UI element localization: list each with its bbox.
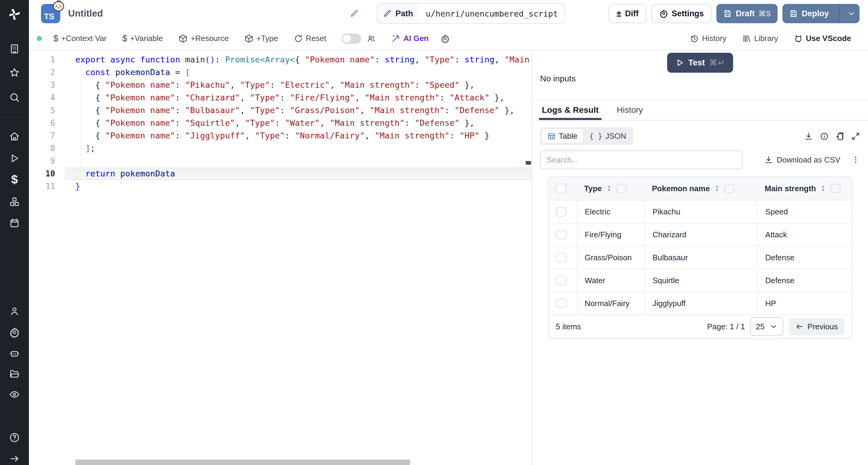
- resources-cubes-icon[interactable]: [9, 196, 20, 207]
- download-result-icon[interactable]: [804, 132, 813, 141]
- deploy-button[interactable]: Deploy: [782, 4, 860, 23]
- add-variable-button[interactable]: $ +Variable: [115, 33, 171, 43]
- run-section: Test ⌘↵ No inputs: [532, 50, 868, 100]
- favorites-star-icon[interactable]: [9, 67, 20, 78]
- row-checkbox[interactable]: [556, 207, 567, 216]
- result-table: TypePokemon nameMain strength ElectricPi…: [548, 176, 852, 339]
- add-type-button[interactable]: +Type: [237, 34, 286, 43]
- search-icon[interactable]: [9, 92, 20, 103]
- result-search-input[interactable]: [540, 150, 743, 169]
- line-number: 2: [29, 66, 65, 79]
- table-icon: [547, 132, 556, 141]
- audit-eye-icon[interactable]: [9, 389, 20, 400]
- code-editor[interactable]: 1export async function main(): Promise<A…: [29, 50, 532, 465]
- tab-history[interactable]: History: [615, 100, 645, 120]
- overview-ruler-cursor-mark: [526, 161, 531, 165]
- page-size-select[interactable]: 25: [750, 317, 783, 336]
- workers-robot-icon[interactable]: [9, 348, 20, 359]
- diff-button[interactable]: ± Diff: [609, 4, 646, 23]
- sort-icon[interactable]: [819, 185, 827, 192]
- table-row[interactable]: Grass/PoisonBulbasaurDefense: [549, 246, 852, 269]
- info-icon[interactable]: [820, 132, 829, 141]
- column-filter-toggle[interactable]: [616, 184, 627, 193]
- settings-gear-icon[interactable]: [9, 327, 20, 338]
- folders-icon[interactable]: [9, 369, 20, 379]
- code-line[interactable]: 11}: [29, 180, 532, 193]
- code-line[interactable]: 7 { "Pokemon name": "Jigglypuff", "Type"…: [29, 129, 532, 142]
- assistant-toggle[interactable]: [342, 33, 361, 44]
- row-checkbox[interactable]: [556, 253, 567, 262]
- editor-settings-button[interactable]: [436, 34, 454, 43]
- table-cell: Bulbasaur: [645, 246, 757, 269]
- workspace-icon[interactable]: [9, 43, 20, 54]
- code-lines[interactable]: 1export async function main(): Promise<A…: [29, 53, 532, 193]
- code-line[interactable]: 4 { "Pokemon name": "Charizard", "Type":…: [29, 91, 532, 104]
- code-line[interactable]: 6 { "Pokemon name": "Squirtle", "Type": …: [29, 117, 532, 129]
- reset-button[interactable]: Reset: [286, 34, 334, 43]
- code-line[interactable]: 5 { "Pokemon name": "Bulbasaur", "Type":…: [29, 104, 532, 117]
- gear-icon: [659, 9, 668, 18]
- ai-gen-button[interactable]: AI Gen: [383, 34, 436, 43]
- users-icon: [367, 34, 375, 43]
- tab-logs-result[interactable]: Logs & Result: [540, 100, 600, 120]
- braces-icon: { }: [589, 132, 602, 141]
- column-filter-toggle[interactable]: [830, 184, 841, 193]
- magic-wand-icon: [391, 34, 400, 43]
- horizontal-scrollbar[interactable]: [75, 460, 410, 465]
- code-line[interactable]: 2 const pokemonData = [: [29, 66, 532, 79]
- draft-button[interactable]: Draft ⌘S: [716, 4, 778, 23]
- test-button[interactable]: Test ⌘↵: [667, 53, 733, 73]
- gear-icon: [441, 34, 450, 43]
- user-icon[interactable]: [9, 306, 20, 317]
- column-header[interactable]: Main strength: [757, 184, 852, 193]
- column-header[interactable]: Pokemon name: [645, 184, 757, 193]
- library-button[interactable]: Library: [734, 34, 786, 43]
- expand-icon[interactable]: [851, 132, 860, 141]
- code-line[interactable]: 8 ];: [29, 142, 532, 155]
- download-csv-button[interactable]: Download as CSV: [764, 155, 840, 165]
- sort-icon[interactable]: [713, 185, 721, 192]
- column-header[interactable]: Type: [577, 184, 645, 193]
- copy-to-clipboard-icon[interactable]: [835, 132, 844, 141]
- path-field[interactable]: Path u/henri/unencumbered_script: [377, 3, 565, 24]
- view-table-option[interactable]: Table: [541, 129, 583, 144]
- use-vscode-button[interactable]: Use VScode: [786, 34, 859, 43]
- test-shortcut: ⌘↵: [709, 58, 725, 67]
- test-label: Test: [688, 58, 705, 67]
- code-line[interactable]: 3 { "Pokemon name": "Pikachu", "Type": "…: [29, 79, 532, 91]
- code-line[interactable]: 10 return pokemonData: [29, 167, 532, 180]
- runs-play-icon[interactable]: [9, 153, 20, 164]
- history-button[interactable]: History: [682, 34, 734, 43]
- table-options-kebab-icon[interactable]: [851, 155, 860, 164]
- previous-page-button[interactable]: Previous: [789, 318, 844, 335]
- deploy-dropdown[interactable]: [843, 4, 860, 23]
- edit-summary-pencil-icon[interactable]: [350, 9, 359, 18]
- table-row[interactable]: Fire/FlyingCharizardAttack: [549, 223, 852, 246]
- windmill-logo[interactable]: [0, 0, 29, 29]
- table-row[interactable]: Normal/FairyJigglypuffHP: [549, 292, 852, 315]
- add-resource-button[interactable]: +Resource: [170, 34, 236, 43]
- column-filter-toggle[interactable]: [724, 184, 735, 193]
- help-icon[interactable]: [9, 432, 20, 443]
- code-line[interactable]: 9: [29, 155, 532, 167]
- page-indicator: Page: 1 / 1: [707, 322, 745, 331]
- bun-runtime-icon: [52, 0, 65, 12]
- home-icon[interactable]: [9, 131, 20, 142]
- row-checkbox[interactable]: [556, 230, 567, 239]
- settings-button[interactable]: Settings: [651, 4, 712, 23]
- code-line[interactable]: 1export async function main(): Promise<A…: [29, 53, 532, 66]
- collapse-arrow-icon[interactable]: [9, 453, 20, 464]
- path-value[interactable]: u/henri/unencumbered_script: [419, 4, 564, 23]
- add-context-var-button[interactable]: $ +Context Var: [45, 33, 115, 43]
- table-row[interactable]: WaterSquirtleDefense: [549, 269, 852, 292]
- row-checkbox[interactable]: [556, 275, 567, 285]
- row-checkbox[interactable]: [556, 298, 567, 308]
- table-row[interactable]: ElectricPikachuSpeed: [549, 200, 852, 223]
- table-cell: Squirtle: [645, 269, 757, 292]
- select-all-checkbox[interactable]: [556, 184, 567, 193]
- table-cell: Attack: [757, 224, 852, 246]
- variables-dollar-icon[interactable]: $: [11, 173, 18, 186]
- view-json-option[interactable]: { } JSON: [584, 129, 632, 143]
- schedules-calendar-icon[interactable]: [9, 218, 20, 229]
- sort-icon[interactable]: [606, 185, 613, 192]
